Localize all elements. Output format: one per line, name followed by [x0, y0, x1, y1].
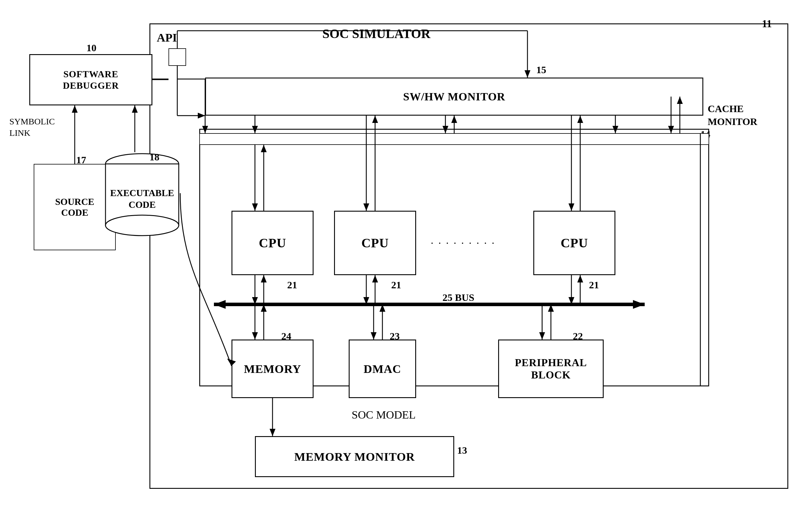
svg-text:EXECUTABLE: EXECUTABLE — [110, 188, 174, 198]
soc-model-label: SOC MODEL — [351, 408, 416, 421]
ref-17: 17 — [76, 155, 86, 166]
peripheral-block-box: PERIPHERALBLOCK — [498, 340, 604, 398]
ref-24: 24 — [281, 331, 291, 342]
symbolic-link-label: SYMBOLICLINK — [9, 116, 55, 138]
memory-label: MEMORY — [244, 362, 301, 376]
memory-box: MEMORY — [232, 340, 314, 398]
dmac-label: DMAC — [364, 362, 401, 376]
ref-15: 15 — [536, 64, 546, 75]
memory-monitor-label: MEMORY MONITOR — [294, 450, 415, 463]
ref-22: 22 — [573, 331, 583, 342]
svg-text:CODE: CODE — [129, 199, 156, 210]
dmac-box: DMAC — [349, 340, 416, 398]
ref-18: 18 — [149, 152, 159, 163]
source-code-box: SOURCECODE — [34, 164, 116, 250]
cpu2-label: CPU — [361, 235, 389, 251]
software-debugger-label: SOFTWAREDEBUGGER — [63, 68, 119, 91]
memory-monitor-box: MEMORY MONITOR — [255, 436, 454, 477]
sw-hw-monitor-label: SW/HW MONITOR — [403, 90, 505, 103]
cache-bar — [199, 133, 709, 145]
software-debugger-box: SOFTWAREDEBUGGER — [29, 54, 152, 105]
bus-label: 25 BUS — [443, 292, 474, 303]
cpu1-box: CPU — [232, 211, 314, 275]
dots-label: · · · · · · · · · — [431, 237, 495, 249]
sw-hw-monitor-box: SW/HW MONITOR — [205, 77, 703, 116]
soc-simulator-label: SOC SIMULATOR — [322, 26, 430, 41]
ref-23: 23 — [390, 331, 400, 342]
ref-21a: 21 — [287, 279, 297, 291]
api-label: API — [157, 31, 177, 45]
cache-monitor-label: CACHEMONITOR — [708, 103, 757, 128]
ref-21b: 21 — [391, 279, 401, 291]
cpu3-box: CPU — [533, 211, 615, 275]
peripheral-block-label: PERIPHERALBLOCK — [515, 357, 587, 381]
ref-11: 11 — [762, 18, 772, 30]
api-bridge-box — [169, 48, 186, 66]
ref-10: 10 — [86, 42, 97, 53]
svg-point-2 — [106, 215, 179, 235]
ref-21c: 21 — [589, 279, 599, 291]
cpu1-label: CPU — [259, 235, 286, 251]
svg-marker-60 — [72, 105, 78, 113]
ref-13: 13 — [457, 445, 467, 456]
svg-marker-62 — [132, 105, 138, 113]
source-code-label: SOURCECODE — [55, 197, 94, 218]
cpu3-label: CPU — [560, 235, 588, 251]
executable-code-box: EXECUTABLE CODE — [104, 152, 180, 237]
diagram: SOC SIMULATOR 11 SOFTWAREDEBUGGER 10 SOU… — [0, 0, 812, 521]
cpu2-box: CPU — [334, 211, 416, 275]
